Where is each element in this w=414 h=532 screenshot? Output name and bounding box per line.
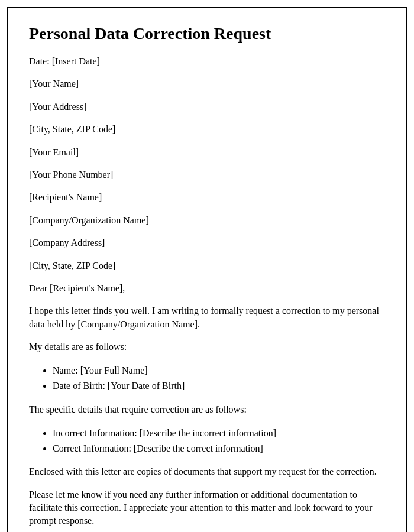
correct-info: Correct Information: [Describe the corre… (53, 441, 385, 456)
sender-email: [Your Email] (29, 146, 385, 159)
correction-intro: The specific details that require correc… (29, 403, 385, 416)
details-list: Name: [Your Full Name] Date of Birth: [Y… (53, 363, 385, 393)
salutation: Dear [Recipient's Name], (29, 282, 385, 295)
company-address: [Company Address] (29, 236, 385, 249)
company-city: [City, State, ZIP Code] (29, 259, 385, 273)
detail-name: Name: [Your Full Name] (53, 363, 385, 378)
document-title: Personal Data Correction Request (29, 24, 385, 43)
enclosure-paragraph: Enclosed with this letter are copies of … (29, 465, 385, 478)
sender-phone: [Your Phone Number] (29, 168, 385, 181)
recipient-name: [Recipient's Name] (29, 191, 385, 204)
sender-address: [Your Address] (29, 100, 385, 113)
details-intro: My details are as follows: (29, 340, 385, 353)
followup-paragraph: Please let me know if you need any furth… (29, 488, 385, 528)
intro-paragraph: I hope this letter finds you well. I am … (29, 304, 385, 331)
document-container: Personal Data Correction Request Date: [… (7, 7, 407, 532)
corrections-list: Incorrect Information: [Describe the inc… (53, 426, 385, 456)
sender-name: [Your Name] (29, 77, 385, 90)
detail-dob: Date of Birth: [Your Date of Birth] (53, 378, 385, 394)
company-name: [Company/Organization Name] (29, 214, 385, 227)
sender-city: [City, State, ZIP Code] (29, 123, 385, 136)
date-line: Date: [Insert Date] (29, 55, 385, 68)
incorrect-info: Incorrect Information: [Describe the inc… (53, 426, 385, 441)
